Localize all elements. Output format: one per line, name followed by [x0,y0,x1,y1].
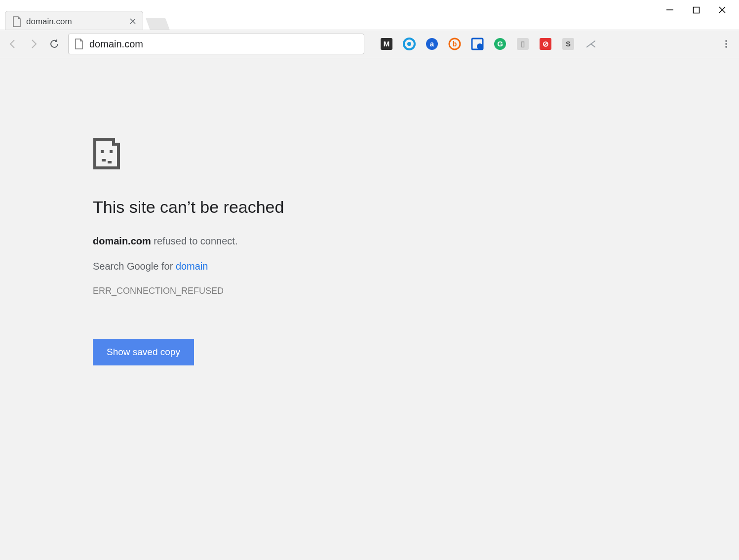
extension-ext-red[interactable]: ⊘ [539,38,552,50]
svg-text:a: a [430,40,434,48]
error-search-line: Search Google for domain [93,261,438,272]
svg-text:▯: ▯ [521,40,525,48]
extension-ext-pic[interactable] [471,38,484,50]
tab-title: domain.com [26,17,125,27]
svg-rect-1 [693,7,699,13]
window-close-button[interactable] [718,5,727,14]
browser-menu-button[interactable] [719,37,733,51]
svg-point-26 [725,43,727,45]
error-host: domain.com [93,236,151,246]
error-panel: This site can’t be reached domain.com re… [93,137,438,365]
svg-rect-30 [102,159,106,161]
svg-rect-28 [101,150,104,153]
extension-ext-g[interactable]: G [494,38,506,50]
sad-page-icon [93,137,122,170]
extension-ext-o1[interactable] [403,38,416,50]
tab-strip: domain.com [5,9,168,32]
svg-point-9 [407,42,411,46]
svg-point-15 [477,43,483,49]
svg-text:⋌: ⋌ [585,38,596,50]
svg-rect-31 [108,161,112,163]
page-content: This site can’t be reached domain.com re… [0,58,739,560]
extension-ext-pg[interactable]: ▯ [516,38,529,50]
show-saved-copy-button[interactable]: Show saved copy [93,339,194,365]
tab-close-icon[interactable] [130,17,136,26]
reload-button[interactable] [47,37,61,51]
file-icon [12,16,21,27]
window-minimize-button[interactable] [665,5,674,14]
file-icon [75,39,83,49]
extension-ext-s[interactable]: S [562,38,575,50]
svg-text:⊘: ⊘ [543,40,549,48]
back-button[interactable] [6,37,20,51]
svg-point-27 [725,46,727,48]
address-bar[interactable] [68,34,364,54]
extension-ext-m[interactable]: M [380,38,393,50]
extensions-bar: MabG▯⊘S⋌ [380,38,597,50]
error-search-link[interactable]: domain [176,261,208,272]
url-input[interactable] [89,39,358,50]
browser-toolbar: MabG▯⊘S⋌ [0,30,739,58]
svg-text:G: G [497,40,503,48]
extension-ext-b[interactable]: b [448,38,461,50]
svg-text:M: M [384,40,390,48]
window-controls [665,0,739,20]
svg-rect-29 [110,150,113,153]
extension-ext-a[interactable]: a [426,38,438,50]
svg-point-25 [725,40,727,42]
window-maximize-button[interactable] [692,5,700,14]
error-refused-text: refused to connect. [151,236,238,246]
browser-tab[interactable]: domain.com [5,11,143,32]
svg-text:S: S [566,40,571,48]
extension-ext-fork[interactable]: ⋌ [584,38,597,50]
error-search-prefix: Search Google for [93,261,176,272]
error-code: ERR_CONNECTION_REFUSED [93,286,438,296]
forward-button[interactable] [27,37,40,51]
svg-text:b: b [453,40,457,48]
error-detail-line: domain.com refused to connect. [93,236,438,247]
error-heading: This site can’t be reached [93,198,438,217]
